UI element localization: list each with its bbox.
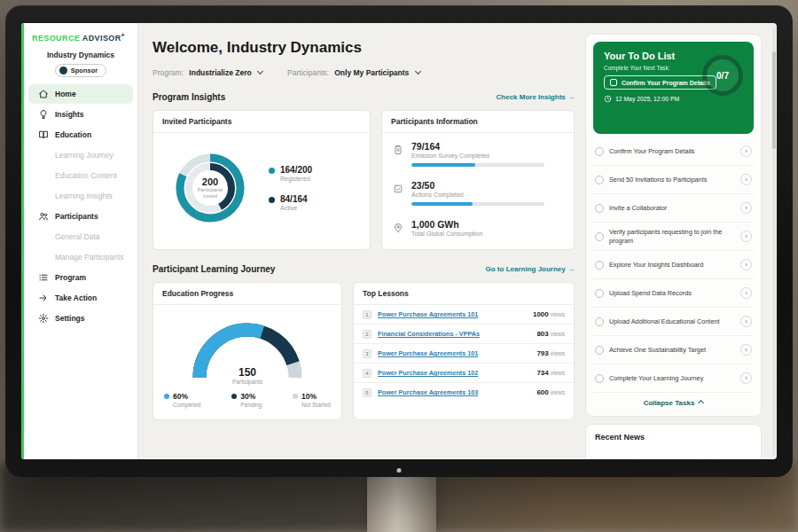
sidebar-item-participants[interactable]: Participants xyxy=(28,207,133,226)
sidebar-item-learning-journey[interactable]: Learning Journey xyxy=(28,145,133,165)
go-to-learning-journey-link[interactable]: Go to Learning Journey → xyxy=(486,265,575,273)
task-label: Send 50 Invitations to Participants xyxy=(609,176,735,184)
sidebar-item-label: Home xyxy=(55,90,76,98)
gauge-legend: 60% Completed 30% Pending 10% Not Starte… xyxy=(153,387,341,408)
task-row-complete-your-learning-journey[interactable]: Complete Your Learning Journey › xyxy=(593,364,754,393)
recent-news-title: Recent News xyxy=(595,433,752,442)
invited-participants-card: Invited Participants 200 Participants In… xyxy=(153,110,371,250)
participants-filter-label: Participants: xyxy=(287,68,329,77)
check-more-insights-link[interactable]: Check More Insights → xyxy=(497,93,575,101)
sidebar-item-take-action[interactable]: Take Action xyxy=(28,288,133,308)
legend-value: 10% xyxy=(301,392,317,401)
checkbox-icon[interactable] xyxy=(595,232,604,241)
todo-due: 12 May 2025, 12:00 PM xyxy=(604,95,743,103)
education-icon xyxy=(38,129,49,140)
checkbox-icon[interactable] xyxy=(595,317,604,326)
program-filter[interactable]: Program: Industrialize Zero xyxy=(153,68,262,77)
lesson-link[interactable]: Financial Considerations - VPPAs xyxy=(378,330,530,338)
chevron-right-icon[interactable]: › xyxy=(740,259,752,270)
participants-icon xyxy=(38,211,49,222)
logo-advisor: ADVISOR xyxy=(82,34,121,43)
legend-label: Active xyxy=(280,205,308,211)
task-row-explore-your-insights-dashboard[interactable]: Explore Your Insights Dashboard › xyxy=(593,251,754,279)
task-row-send-50-invitations-to-participants[interactable]: Send 50 Invitations to Participants › xyxy=(593,166,754,194)
checkbox-icon[interactable] xyxy=(595,289,604,298)
sidebar-item-home[interactable]: Home xyxy=(28,84,133,104)
legend-value: 164/200 xyxy=(280,165,312,175)
program-filter-value: Industrialize Zero xyxy=(189,68,251,77)
scrollbar-thumb[interactable] xyxy=(772,51,776,149)
checkbox-icon[interactable] xyxy=(595,261,604,270)
task-row-upload-additional-educational-content[interactable]: Upload Additional Educational Content › xyxy=(593,308,754,336)
page-title: Welcome, Industry Dynamics xyxy=(153,39,580,57)
task-list: Confirm Your Program Details › Send 50 I… xyxy=(593,137,754,393)
chevron-right-icon[interactable]: › xyxy=(740,231,752,242)
participants-info-rows: 79/164 Emission Survey Completed 23/50 A… xyxy=(382,133,574,245)
sidebar-item-learning-insights[interactable]: Learning Insights xyxy=(28,186,133,206)
todo-summary-card: Your To Do List Complete Your Next Task:… xyxy=(593,42,754,134)
app-logo[interactable]: RESOURCE ADVISOR+ xyxy=(24,23,137,46)
checkbox-icon[interactable] xyxy=(610,79,617,86)
lesson-row: 2 Financial Considerations - VPPAs 803vi… xyxy=(354,325,574,344)
participants-filter[interactable]: Participants: Only My Participants xyxy=(287,68,420,77)
checkbox-icon[interactable] xyxy=(595,374,604,383)
donut-center-value: 200 xyxy=(202,176,218,187)
checkbox-icon[interactable] xyxy=(595,204,604,213)
todo-next-task[interactable]: Confirm Your Program Details xyxy=(604,75,716,90)
lesson-row: 5 Power Purchase Agreements 103 600views xyxy=(354,383,574,402)
program-insights-title: Program Insights xyxy=(153,92,225,102)
program-insights-header: Program Insights Check More Insights → xyxy=(153,92,575,102)
chevron-right-icon[interactable]: › xyxy=(740,316,752,327)
power-led xyxy=(397,468,402,473)
task-row-invite-a-collaborator[interactable]: Invite a Collaborator › xyxy=(593,194,754,223)
sidebar-item-program[interactable]: Program xyxy=(28,268,133,287)
legend-label: Registered xyxy=(280,176,312,182)
chevron-right-icon[interactable]: › xyxy=(740,202,752,214)
main-content: Welcome, Industry Dynamics Program: Indu… xyxy=(138,23,580,459)
sidebar-item-manage-participants[interactable]: Manage Participants xyxy=(28,247,133,267)
info-label: Emission Survey Completed xyxy=(411,153,544,159)
checkbox-icon[interactable] xyxy=(595,346,604,355)
insights-cards-row: Invited Participants 200 Participants In… xyxy=(153,110,575,250)
checkbox-icon[interactable] xyxy=(595,147,604,156)
lesson-link[interactable]: Power Purchase Agreements 101 xyxy=(378,310,527,318)
chevron-right-icon[interactable]: › xyxy=(740,287,752,299)
task-row-upload-spend-data-records[interactable]: Upload Spend Data Records › xyxy=(593,279,754,308)
task-row-confirm-your-program-details[interactable]: Confirm Your Program Details › xyxy=(593,137,754,166)
legend-value: 30% xyxy=(240,392,255,401)
info-row-emission-survey-completed: 79/164 Emission Survey Completed xyxy=(393,141,563,167)
arrow-right-icon: → xyxy=(567,265,575,273)
chevron-right-icon[interactable]: › xyxy=(740,344,752,356)
sidebar-item-label: Education Content xyxy=(55,171,117,180)
lesson-link[interactable]: Power Purchase Agreements 103 xyxy=(378,388,530,396)
chevron-right-icon[interactable]: › xyxy=(740,174,752,185)
task-row-achieve-one-sustainability-target[interactable]: Achieve One Sustainability Target › xyxy=(593,336,754,364)
insights-icon xyxy=(38,109,49,120)
chevron-right-icon[interactable]: › xyxy=(740,145,752,157)
lesson-link[interactable]: Power Purchase Agreements 101 xyxy=(378,349,530,357)
gauge-legend-item: 10% Not Started xyxy=(293,392,331,408)
task-row-verify-participants-requesting-to-join-the-program[interactable]: Verify participants requesting to join t… xyxy=(593,223,754,251)
sidebar-item-label: Insights xyxy=(55,110,84,119)
sidebar-item-education-content[interactable]: Education Content xyxy=(28,166,133,185)
right-panel: Your To Do List Complete Your Next Task:… xyxy=(580,23,771,459)
sponsor-badge[interactable]: Sponsor xyxy=(55,64,106,77)
lesson-link[interactable]: Power Purchase Agreements 102 xyxy=(378,369,530,377)
chevron-right-icon[interactable]: › xyxy=(740,372,752,384)
lesson-views: 734views xyxy=(536,369,565,377)
sponsor-icon xyxy=(59,66,67,74)
sidebar-item-settings[interactable]: Settings xyxy=(28,309,133,328)
sidebar-item-insights[interactable]: Insights xyxy=(28,105,133,124)
task-label: Upload Additional Educational Content xyxy=(609,317,735,325)
checkbox-icon[interactable] xyxy=(595,176,604,184)
lesson-row: 3 Power Purchase Agreements 101 793views xyxy=(354,344,574,364)
task-label: Complete Your Learning Journey xyxy=(609,374,735,382)
collapse-tasks-link[interactable]: Collapse Tasks xyxy=(593,393,754,409)
sidebar-item-education[interactable]: Education xyxy=(28,125,133,145)
legend-value: 60% xyxy=(173,392,188,401)
scrollbar[interactable] xyxy=(772,27,776,456)
sidebar-item-general-data[interactable]: General Data xyxy=(28,227,133,246)
top-lessons-list: 1 Power Purchase Agreements 101 1000view… xyxy=(354,305,574,402)
progress-bar xyxy=(411,202,544,206)
participants-info-card-title: Participants Information xyxy=(382,111,574,133)
